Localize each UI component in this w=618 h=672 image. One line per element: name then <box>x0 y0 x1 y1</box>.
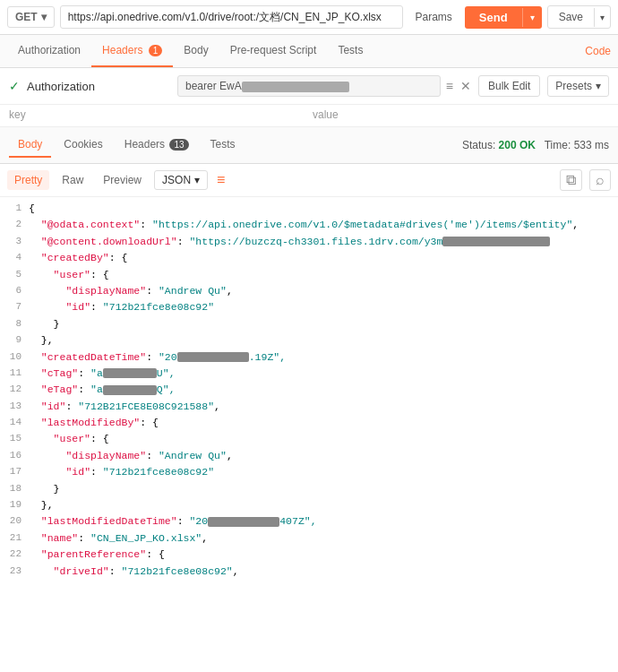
tab-pre-request-script[interactable]: Pre-request Script <box>219 35 328 67</box>
code-link[interactable]: Code <box>585 36 611 66</box>
fmt-chevron-icon: ▾ <box>194 174 200 186</box>
line-number-13: 13 <box>4 399 29 415</box>
auth-row: ✓ Authorization bearer EwA ≡ ✕ Bulk Edit… <box>0 68 618 105</box>
fmt-pretty[interactable]: Pretty <box>7 170 49 190</box>
line-content-19: }, <box>29 497 614 513</box>
tab-authorization[interactable]: Authorization <box>7 35 91 67</box>
line-number-2: 2 <box>4 217 29 233</box>
save-chevron-icon[interactable]: ▾ <box>594 8 610 27</box>
line-number-24: 24 <box>4 580 29 582</box>
line-content-18: } <box>29 481 614 497</box>
tab-response-cookies[interactable]: Cookies <box>55 133 111 158</box>
tab-body[interactable]: Body <box>173 35 219 67</box>
redacted-block <box>442 237 550 246</box>
method-chevron-icon: ▾ <box>41 11 47 23</box>
line-content-15: "user": { <box>29 431 614 447</box>
line-content-23: "driveId": "712b21fce8e08c92", <box>29 564 614 580</box>
line-content-13: "id": "712B21FCE8E08C921588", <box>29 399 614 415</box>
redacted-block <box>208 517 279 527</box>
json-line-20: 20 "lastModifiedDateTime": "20407Z", <box>0 513 618 530</box>
auth-menu-icon[interactable]: ≡ <box>446 79 453 93</box>
line-number-14: 14 <box>4 415 29 431</box>
json-line-3: 3 "@content.downloadUrl": "https://buzcz… <box>0 234 618 250</box>
fmt-raw[interactable]: Raw <box>55 170 90 190</box>
line-content-2: "@odata.context": "https://api.onedrive.… <box>29 217 614 233</box>
json-line-15: 15 "user": { <box>0 431 618 447</box>
line-content-10: "createdDateTime": "20.19Z", <box>29 349 614 366</box>
auth-close-icon[interactable]: ✕ <box>460 79 471 93</box>
params-button[interactable]: Params <box>408 7 459 27</box>
line-number-3: 3 <box>4 234 29 250</box>
auth-check-icon: ✓ <box>9 79 20 93</box>
format-bar: Pretty Raw Preview JSON ▾ ≡ ⧉ ⌕ <box>0 164 618 197</box>
line-content-12: "eTag": "aQ", <box>29 382 614 398</box>
line-number-4: 4 <box>4 250 29 266</box>
save-button[interactable]: Save ▾ <box>547 5 611 29</box>
line-number-6: 6 <box>4 283 29 299</box>
tab-tests[interactable]: Tests <box>327 35 373 67</box>
json-line-12: 12 "eTag": "aQ", <box>0 382 618 398</box>
time-label: Time: <box>545 139 571 151</box>
line-content-8: } <box>29 316 614 332</box>
line-content-3: "@content.downloadUrl": "https://buzczq-… <box>29 234 614 250</box>
auth-prefix: bearer EwA <box>185 80 242 92</box>
json-line-24: 24 "id": "712B21FCE8E08C921442", <box>0 580 618 582</box>
line-content-24: "id": "712B21FCE8E08C921442", <box>29 580 614 582</box>
line-content-16: "displayName": "Andrew Qu", <box>29 448 614 464</box>
line-content-11: "cTag": "aU", <box>29 366 614 382</box>
json-line-8: 8 } <box>0 316 618 332</box>
auth-action-icons: ≡ ✕ <box>446 79 471 93</box>
send-chevron-icon[interactable]: ▾ <box>522 8 542 27</box>
fmt-search-icon[interactable]: ⌕ <box>589 169 611 191</box>
url-input[interactable] <box>60 5 403 29</box>
json-line-21: 21 "name": "CN_EN_JP_KO.xlsx", <box>0 530 618 547</box>
line-number-23: 23 <box>4 564 29 580</box>
line-number-12: 12 <box>4 382 29 398</box>
json-response-area[interactable]: 1{2 "@odata.context": "https://api.onedr… <box>0 197 618 582</box>
send-label: Send <box>465 6 522 29</box>
tab-headers[interactable]: Headers 1 <box>91 35 173 67</box>
time-value: 533 ms <box>574 139 609 151</box>
json-line-5: 5 "user": { <box>0 267 618 283</box>
line-number-1: 1 <box>4 201 29 217</box>
line-number-19: 19 <box>4 497 29 513</box>
send-button[interactable]: Send ▾ <box>465 6 542 29</box>
redacted-block <box>177 352 249 362</box>
save-label: Save <box>548 6 594 28</box>
tab-response-tests[interactable]: Tests <box>202 133 245 158</box>
line-content-20: "lastModifiedDateTime": "20407Z", <box>29 513 614 530</box>
line-content-6: "displayName": "Andrew Qu", <box>29 283 614 299</box>
bulk-edit-button[interactable]: Bulk Edit <box>478 75 540 97</box>
presets-label: Presets <box>555 80 592 92</box>
fmt-json-select[interactable]: JSON ▾ <box>154 170 208 190</box>
redacted-block <box>103 368 157 378</box>
tab-response-headers[interactable]: Headers 13 <box>116 133 198 158</box>
line-number-10: 10 <box>4 349 29 366</box>
line-number-22: 22 <box>4 547 29 563</box>
auth-label: Authorization <box>27 80 170 93</box>
json-line-9: 9 }, <box>0 332 618 349</box>
method-label: GET <box>15 11 38 23</box>
json-line-11: 11 "cTag": "aU", <box>0 366 618 382</box>
json-line-6: 6 "displayName": "Andrew Qu", <box>0 283 618 299</box>
request-tab-bar: Authorization Headers 1 Body Pre-request… <box>0 35 618 68</box>
line-content-5: "user": { <box>29 267 614 283</box>
line-number-18: 18 <box>4 481 29 497</box>
fmt-copy-icon[interactable]: ⧉ <box>560 169 582 191</box>
json-line-13: 13 "id": "712B21FCE8E08C921588", <box>0 399 618 415</box>
kv-row: key value <box>0 105 618 127</box>
method-select[interactable]: GET ▾ <box>7 6 55 28</box>
json-line-23: 23 "driveId": "712b21fce8e08c92", <box>0 564 618 580</box>
tab-response-body[interactable]: Body <box>9 133 51 158</box>
line-content-9: }, <box>29 332 614 349</box>
presets-button[interactable]: Presets ▾ <box>547 75 609 97</box>
fmt-filter-icon[interactable]: ≡ <box>217 172 225 188</box>
line-number-5: 5 <box>4 267 29 283</box>
kv-key-label: key <box>9 108 305 121</box>
auth-value-field[interactable]: bearer EwA <box>177 75 441 97</box>
json-line-14: 14 "lastModifiedBy": { <box>0 415 618 431</box>
line-number-17: 17 <box>4 464 29 480</box>
headers-badge: 1 <box>149 45 163 56</box>
fmt-preview[interactable]: Preview <box>96 170 149 190</box>
fmt-json-label: JSON <box>162 174 191 186</box>
